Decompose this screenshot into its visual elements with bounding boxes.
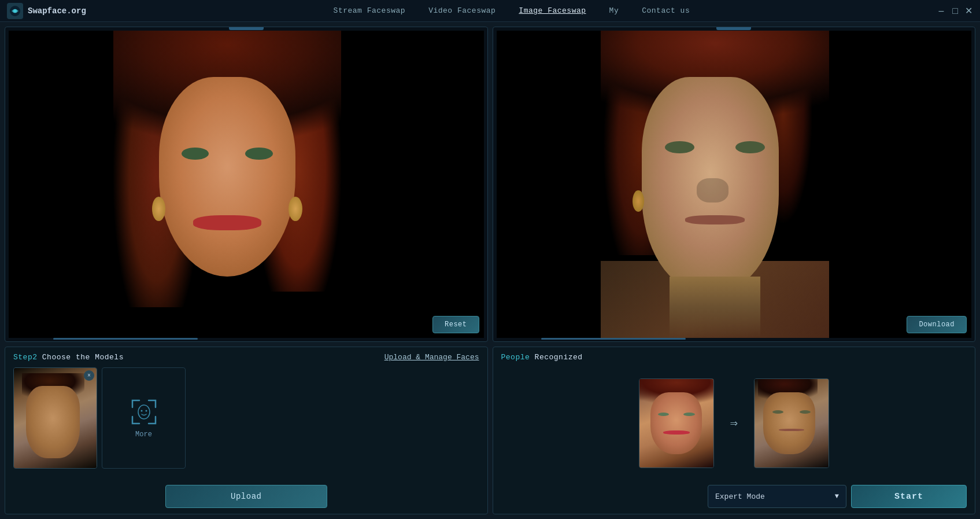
panel-black-right [341,31,483,338]
reset-button[interactable]: Reset [432,316,479,333]
add-model-card[interactable]: More [102,367,186,469]
nav-my[interactable]: My [609,6,619,15]
male-face-image [601,31,829,338]
panel-title-text: Choose the Models [38,353,124,362]
right-panel-header: People Recognized [501,353,967,362]
panel-black-left2 [497,31,601,338]
neck [670,277,761,338]
more-label: More [135,430,152,439]
panel-scrollbar [53,338,198,340]
kate-skin [650,392,702,454]
model-face-1 [14,368,97,468]
left-panel-title: Step2 Choose the Models [13,353,124,362]
right-bottom-panel: People Recognized [493,347,976,514]
model-skin [26,386,80,458]
left-panel-header: Step2 Choose the Models Upload & Manage … [13,353,479,362]
download-button[interactable]: Download [907,316,967,333]
leo-eye-l [772,410,783,414]
main-content: Reset [0,22,980,519]
upload-action-area: Upload [13,485,479,508]
leo-mouth [779,429,804,432]
nav-image[interactable]: Image Faceswap [519,6,586,15]
people-label: People [501,353,530,362]
nav-stream[interactable]: Stream Faceswap [334,6,406,15]
model-card-1[interactable]: × [13,367,97,469]
expert-mode-label: Expert Mode [715,492,765,501]
recognized-face-kate [639,378,714,468]
left-image-panel: Reset [5,27,488,342]
top-panels: Reset [5,27,975,342]
leo-eye-r [800,410,811,414]
face-scan-icon [130,398,158,426]
models-grid: × [13,367,479,479]
step-label: Step2 [13,353,38,362]
face-skin [159,77,296,277]
panel-scrollbar-right [541,338,686,340]
nav-video[interactable]: Video Faceswap [428,6,495,15]
arrow-icon: ⇒ [730,415,738,431]
lips [193,215,261,231]
logo-text: Swapface.org [28,6,86,16]
nose [697,178,728,203]
minimize-button[interactable]: – [937,7,945,15]
right-panel-actions: Expert Mode ▼ Start [501,485,967,508]
model-close-btn[interactable]: × [84,370,94,381]
faces-recognized-area: ⇒ [501,367,967,479]
bottom-panels: Step2 Choose the Models Upload & Manage … [5,347,975,514]
right-panel-title: People Recognized [501,353,583,362]
window-controls: – □ ✕ [937,7,973,15]
female-face-image [113,31,341,338]
kate-thumbnail [639,379,713,468]
right-image-panel: Download [493,27,976,342]
logo-icon [7,3,23,19]
eye-right [245,148,272,160]
recognized-label: Recognized [530,353,582,362]
close-button[interactable]: ✕ [965,7,973,15]
logo-area: Swapface.org [7,3,86,19]
svg-point-4 [140,410,142,411]
leo-thumbnail [755,379,829,468]
eye-left [182,148,209,160]
panel-tab-top-right [716,27,751,30]
recognized-face-leo [754,378,829,468]
svg-point-5 [145,410,147,411]
svg-point-3 [138,405,150,419]
panel-black-left [9,31,113,338]
panel-black-right2 [829,31,971,338]
nav-bar: Stream Faceswap Video Faceswap Image Fac… [334,6,690,15]
upload-manage-link[interactable]: Upload & Manage Faces [384,353,479,362]
earring-right [289,197,302,221]
upload-button[interactable]: Upload [165,485,327,508]
svg-point-2 [13,9,17,13]
maximize-button[interactable]: □ [951,7,959,15]
left-bottom-panel: Step2 Choose the Models Upload & Manage … [5,347,488,514]
titlebar: Swapface.org Stream Faceswap Video Faces… [0,0,980,22]
leo-skin [763,392,815,454]
chevron-down-icon: ▼ [835,492,839,500]
panel-tab-top [229,27,264,30]
mouth-male [685,215,745,224]
start-button[interactable]: Start [851,485,967,508]
expert-mode-select[interactable]: Expert Mode ▼ [708,485,846,508]
swap-arrow: ⇒ [726,415,742,431]
kate-lips [663,430,690,435]
nav-contact[interactable]: Contact us [642,6,690,15]
